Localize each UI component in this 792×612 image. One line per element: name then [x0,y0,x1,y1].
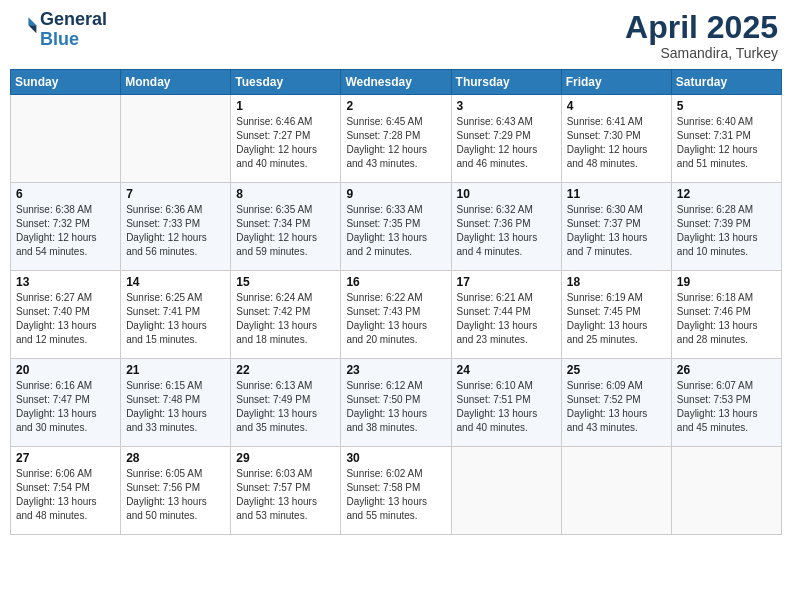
day-info: Sunrise: 6:05 AMSunset: 7:56 PMDaylight:… [126,467,225,523]
calendar-cell: 4Sunrise: 6:41 AMSunset: 7:30 PMDaylight… [561,95,671,183]
day-number: 26 [677,363,776,377]
day-info: Sunrise: 6:12 AMSunset: 7:50 PMDaylight:… [346,379,445,435]
calendar-cell: 6Sunrise: 6:38 AMSunset: 7:32 PMDaylight… [11,183,121,271]
day-number: 20 [16,363,115,377]
day-number: 11 [567,187,666,201]
calendar-cell: 17Sunrise: 6:21 AMSunset: 7:44 PMDayligh… [451,271,561,359]
calendar-cell [451,447,561,535]
calendar-week-row: 20Sunrise: 6:16 AMSunset: 7:47 PMDayligh… [11,359,782,447]
calendar-cell: 10Sunrise: 6:32 AMSunset: 7:36 PMDayligh… [451,183,561,271]
calendar-cell: 26Sunrise: 6:07 AMSunset: 7:53 PMDayligh… [671,359,781,447]
calendar-cell: 14Sunrise: 6:25 AMSunset: 7:41 PMDayligh… [121,271,231,359]
day-number: 5 [677,99,776,113]
weekday-header-monday: Monday [121,70,231,95]
day-info: Sunrise: 6:10 AMSunset: 7:51 PMDaylight:… [457,379,556,435]
calendar-cell: 12Sunrise: 6:28 AMSunset: 7:39 PMDayligh… [671,183,781,271]
day-number: 22 [236,363,335,377]
calendar-week-row: 13Sunrise: 6:27 AMSunset: 7:40 PMDayligh… [11,271,782,359]
svg-marker-0 [28,17,36,25]
day-number: 8 [236,187,335,201]
day-info: Sunrise: 6:45 AMSunset: 7:28 PMDaylight:… [346,115,445,171]
day-info: Sunrise: 6:16 AMSunset: 7:47 PMDaylight:… [16,379,115,435]
day-number: 4 [567,99,666,113]
day-info: Sunrise: 6:02 AMSunset: 7:58 PMDaylight:… [346,467,445,523]
calendar-cell: 27Sunrise: 6:06 AMSunset: 7:54 PMDayligh… [11,447,121,535]
logo-text-line1: General [40,10,107,30]
day-info: Sunrise: 6:41 AMSunset: 7:30 PMDaylight:… [567,115,666,171]
weekday-header-saturday: Saturday [671,70,781,95]
day-number: 13 [16,275,115,289]
day-number: 7 [126,187,225,201]
day-info: Sunrise: 6:46 AMSunset: 7:27 PMDaylight:… [236,115,335,171]
day-info: Sunrise: 6:28 AMSunset: 7:39 PMDaylight:… [677,203,776,259]
day-number: 6 [16,187,115,201]
weekday-header-sunday: Sunday [11,70,121,95]
day-info: Sunrise: 6:35 AMSunset: 7:34 PMDaylight:… [236,203,335,259]
calendar-cell: 23Sunrise: 6:12 AMSunset: 7:50 PMDayligh… [341,359,451,447]
day-info: Sunrise: 6:43 AMSunset: 7:29 PMDaylight:… [457,115,556,171]
calendar-cell: 13Sunrise: 6:27 AMSunset: 7:40 PMDayligh… [11,271,121,359]
calendar-cell [121,95,231,183]
day-number: 29 [236,451,335,465]
calendar-cell: 25Sunrise: 6:09 AMSunset: 7:52 PMDayligh… [561,359,671,447]
calendar-cell: 18Sunrise: 6:19 AMSunset: 7:45 PMDayligh… [561,271,671,359]
logo-icon [14,14,38,38]
day-info: Sunrise: 6:21 AMSunset: 7:44 PMDaylight:… [457,291,556,347]
calendar-cell: 5Sunrise: 6:40 AMSunset: 7:31 PMDaylight… [671,95,781,183]
calendar-cell: 29Sunrise: 6:03 AMSunset: 7:57 PMDayligh… [231,447,341,535]
calendar-week-row: 6Sunrise: 6:38 AMSunset: 7:32 PMDaylight… [11,183,782,271]
day-number: 3 [457,99,556,113]
day-number: 12 [677,187,776,201]
day-info: Sunrise: 6:07 AMSunset: 7:53 PMDaylight:… [677,379,776,435]
day-info: Sunrise: 6:38 AMSunset: 7:32 PMDaylight:… [16,203,115,259]
day-info: Sunrise: 6:27 AMSunset: 7:40 PMDaylight:… [16,291,115,347]
calendar-week-row: 27Sunrise: 6:06 AMSunset: 7:54 PMDayligh… [11,447,782,535]
calendar-week-row: 1Sunrise: 6:46 AMSunset: 7:27 PMDaylight… [11,95,782,183]
month-year-title: April 2025 [625,10,778,45]
day-info: Sunrise: 6:33 AMSunset: 7:35 PMDaylight:… [346,203,445,259]
calendar-cell: 11Sunrise: 6:30 AMSunset: 7:37 PMDayligh… [561,183,671,271]
day-info: Sunrise: 6:32 AMSunset: 7:36 PMDaylight:… [457,203,556,259]
calendar-cell [561,447,671,535]
day-number: 30 [346,451,445,465]
calendar-cell: 24Sunrise: 6:10 AMSunset: 7:51 PMDayligh… [451,359,561,447]
calendar-cell: 22Sunrise: 6:13 AMSunset: 7:49 PMDayligh… [231,359,341,447]
day-number: 16 [346,275,445,289]
day-number: 14 [126,275,225,289]
day-info: Sunrise: 6:03 AMSunset: 7:57 PMDaylight:… [236,467,335,523]
day-info: Sunrise: 6:30 AMSunset: 7:37 PMDaylight:… [567,203,666,259]
weekday-header-thursday: Thursday [451,70,561,95]
day-info: Sunrise: 6:09 AMSunset: 7:52 PMDaylight:… [567,379,666,435]
calendar-cell: 28Sunrise: 6:05 AMSunset: 7:56 PMDayligh… [121,447,231,535]
calendar-cell: 21Sunrise: 6:15 AMSunset: 7:48 PMDayligh… [121,359,231,447]
day-info: Sunrise: 6:25 AMSunset: 7:41 PMDaylight:… [126,291,225,347]
logo-text-line2: Blue [40,30,107,50]
day-number: 25 [567,363,666,377]
logo: General Blue [14,10,107,50]
location-subtitle: Samandira, Turkey [625,45,778,61]
day-number: 15 [236,275,335,289]
weekday-header-tuesday: Tuesday [231,70,341,95]
day-number: 27 [16,451,115,465]
day-number: 10 [457,187,556,201]
day-info: Sunrise: 6:13 AMSunset: 7:49 PMDaylight:… [236,379,335,435]
calendar-cell: 7Sunrise: 6:36 AMSunset: 7:33 PMDaylight… [121,183,231,271]
day-number: 2 [346,99,445,113]
weekday-header-friday: Friday [561,70,671,95]
day-number: 9 [346,187,445,201]
day-info: Sunrise: 6:24 AMSunset: 7:42 PMDaylight:… [236,291,335,347]
day-info: Sunrise: 6:36 AMSunset: 7:33 PMDaylight:… [126,203,225,259]
calendar-cell: 1Sunrise: 6:46 AMSunset: 7:27 PMDaylight… [231,95,341,183]
day-info: Sunrise: 6:18 AMSunset: 7:46 PMDaylight:… [677,291,776,347]
day-info: Sunrise: 6:22 AMSunset: 7:43 PMDaylight:… [346,291,445,347]
day-number: 19 [677,275,776,289]
calendar-cell: 9Sunrise: 6:33 AMSunset: 7:35 PMDaylight… [341,183,451,271]
calendar-cell: 15Sunrise: 6:24 AMSunset: 7:42 PMDayligh… [231,271,341,359]
day-number: 23 [346,363,445,377]
calendar-table: SundayMondayTuesdayWednesdayThursdayFrid… [10,69,782,535]
calendar-header: SundayMondayTuesdayWednesdayThursdayFrid… [11,70,782,95]
day-info: Sunrise: 6:40 AMSunset: 7:31 PMDaylight:… [677,115,776,171]
calendar-cell: 2Sunrise: 6:45 AMSunset: 7:28 PMDaylight… [341,95,451,183]
calendar-cell [11,95,121,183]
day-info: Sunrise: 6:06 AMSunset: 7:54 PMDaylight:… [16,467,115,523]
